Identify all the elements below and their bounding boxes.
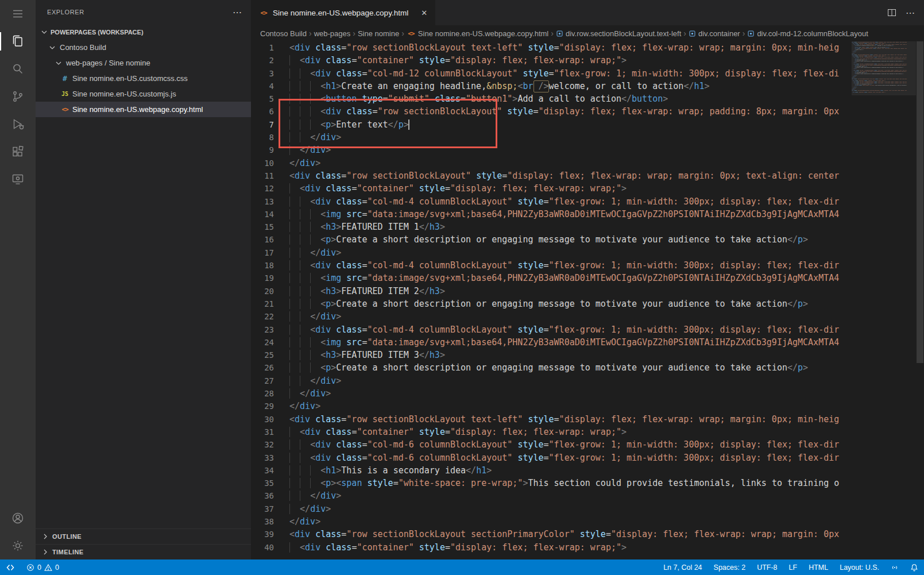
code-line[interactable]: 36 </div> bbox=[251, 489, 852, 502]
breadcrumb-item[interactable]: Contoso Build bbox=[260, 29, 307, 38]
html-file-icon: <> bbox=[407, 30, 416, 37]
problems-indicator[interactable]: 00 bbox=[21, 559, 65, 575]
code-line[interactable]: 22 </div> bbox=[251, 310, 852, 323]
code-line[interactable]: 40 <div class="container" style="display… bbox=[251, 541, 852, 554]
code-editor[interactable]: 1<div class="row sectionBlockLayout text… bbox=[251, 41, 924, 559]
tree-item-html[interactable]: <>Sine nomine.en-US.webpage.copy.html bbox=[36, 102, 251, 117]
remote-explorer-button[interactable] bbox=[0, 165, 36, 193]
code-line[interactable]: 30<div class="row sectionBlockLayout tex… bbox=[251, 413, 852, 426]
settings-gear-button[interactable] bbox=[0, 532, 36, 559]
breadcrumb-item[interactable]: Sine nomine bbox=[358, 29, 399, 38]
explorer-button[interactable] bbox=[0, 28, 36, 55]
code-line[interactable]: 33 <div class="col-md-6 columnBlockLayou… bbox=[251, 451, 852, 464]
tree-item-folder[interactable]: web-pages / Sine nomine bbox=[36, 55, 251, 71]
chevron-down-icon bbox=[54, 59, 63, 68]
line-number: 10 bbox=[251, 157, 274, 169]
status-eol[interactable]: LF bbox=[783, 559, 803, 575]
status-keyboard-layout[interactable]: Layout: U.S. bbox=[834, 559, 885, 575]
status-indentation[interactable]: Spaces: 2 bbox=[708, 559, 752, 575]
run-debug-button[interactable] bbox=[0, 110, 36, 138]
code-line[interactable]: 23 <div class="col-md-4 columnBlockLayou… bbox=[251, 323, 852, 336]
tree-item-js[interactable]: JSSine nomine.en-US.customjs.js bbox=[36, 86, 251, 102]
editor-more-actions-icon[interactable]: ⋯ bbox=[906, 7, 915, 18]
breadcrumb-item[interactable]: div.container bbox=[689, 29, 740, 38]
code-line[interactable]: 21 <p>Create a short description or enga… bbox=[251, 298, 852, 310]
code-line[interactable]: 13 <div class="col-md-4 columnBlockLayou… bbox=[251, 195, 852, 208]
code-line[interactable]: 7 <p>Enter text</p> bbox=[251, 118, 852, 131]
code-line[interactable]: 34 <h1>This is a secondary idea</h1> bbox=[251, 464, 852, 477]
editor-scrollbar[interactable] bbox=[916, 41, 924, 559]
line-number: 28 bbox=[251, 387, 274, 400]
code-line[interactable]: 11<div class="row sectionBlockLayout" st… bbox=[251, 169, 852, 182]
breadcrumb-item[interactable]: div.col-md-12.columnBlockLayout bbox=[747, 29, 868, 38]
code-line[interactable]: 14 <img src="data:image/svg+xml;base64,P… bbox=[251, 208, 852, 221]
source-control-icon bbox=[11, 90, 25, 103]
code-line[interactable]: 8 </div> bbox=[251, 131, 852, 144]
code-line[interactable]: 26 <p>Create a short description or enga… bbox=[251, 361, 852, 374]
minimap[interactable]: <div class="row sectionBlockLayout text-… bbox=[852, 41, 916, 559]
editor-tab[interactable]: <> Sine nomine.en-US.webpage.copy.html ✕ bbox=[251, 0, 435, 25]
extensions-button[interactable] bbox=[0, 138, 36, 165]
panel-label: OUTLINE bbox=[52, 533, 82, 540]
code-lines: 1<div class="row sectionBlockLayout text… bbox=[251, 41, 852, 559]
code-line[interactable]: 32 <div class="col-md-6 columnBlockLayou… bbox=[251, 438, 852, 451]
code-line[interactable]: 19 <img src="data:image/svg+xml;base64,P… bbox=[251, 272, 852, 284]
code-line[interactable]: 2 <div class="container" style="display:… bbox=[251, 54, 852, 67]
notifications-bell-icon[interactable] bbox=[904, 559, 924, 575]
panel-timeline[interactable]: TIMELINE bbox=[36, 544, 251, 559]
breadcrumb-item[interactable]: div.row.sectionBlockLayout.text-left bbox=[556, 29, 681, 38]
breadcrumb-item[interactable]: <>Sine nomine.en-US.webpage.copy.html bbox=[407, 29, 548, 38]
status-cursor-position[interactable]: Ln 7, Col 24 bbox=[658, 559, 708, 575]
code-line[interactable]: 27 </div> bbox=[251, 375, 852, 387]
workspace-header[interactable]: POWERPAGES (WORKSPACE) bbox=[36, 24, 251, 40]
tree-item-label: Sine nomine.en-US.customjs.js bbox=[72, 90, 176, 98]
breadcrumb-separator: › bbox=[551, 29, 554, 38]
code-line[interactable]: 24 <img src="data:image/svg+xml;base64,P… bbox=[251, 336, 852, 349]
status-encoding[interactable]: UTF-8 bbox=[751, 559, 783, 575]
code-line[interactable]: 38</div> bbox=[251, 515, 852, 528]
tree-item-css[interactable]: #Sine nomine.en-US.customcss.css bbox=[36, 71, 251, 86]
code-line[interactable]: 25 <h3>FEATURED ITEM 3</h3> bbox=[251, 349, 852, 361]
breadcrumb-separator: › bbox=[309, 29, 312, 38]
code-line[interactable]: 9 </div> bbox=[251, 144, 852, 156]
line-number: 30 bbox=[251, 413, 274, 426]
feedback-icon[interactable] bbox=[885, 559, 904, 575]
tree-item-label: Contoso Build bbox=[60, 43, 106, 52]
code-line[interactable]: 4 <h1>Create an engaging headline,&nbsp;… bbox=[251, 80, 852, 92]
code-line[interactable]: 20 <h3>FEATURED ITEM 2</h3> bbox=[251, 285, 852, 298]
code-line[interactable]: 31 <div class="container" style="display… bbox=[251, 426, 852, 438]
status-language-mode[interactable]: HTML bbox=[803, 559, 834, 575]
code-line[interactable]: 39<div class="row sectionBlockLayout sec… bbox=[251, 528, 852, 541]
code-line[interactable]: 29</div> bbox=[251, 400, 852, 412]
breadcrumb-separator: › bbox=[401, 29, 404, 38]
code-line[interactable]: 10</div> bbox=[251, 157, 852, 169]
source-control-button[interactable] bbox=[0, 83, 36, 110]
scrollbar-thumb[interactable] bbox=[917, 41, 923, 363]
code-line[interactable]: 17 </div> bbox=[251, 246, 852, 259]
error-icon bbox=[26, 564, 34, 572]
tree-item-folder[interactable]: Contoso Build bbox=[36, 40, 251, 55]
code-line[interactable]: 3 <div class="col-md-12 columnBlockLayou… bbox=[251, 67, 852, 80]
code-line[interactable]: 37 </div> bbox=[251, 503, 852, 515]
code-line[interactable]: 35 <p><span style="white-space: pre-wrap… bbox=[251, 477, 852, 489]
tree-item-label: Sine nomine.en-US.customcss.css bbox=[72, 74, 188, 83]
menu-button[interactable] bbox=[0, 0, 36, 28]
accounts-button[interactable] bbox=[0, 504, 36, 532]
code-line[interactable]: 15 <h3>FEATURED ITEM 1</h3> bbox=[251, 221, 852, 233]
breadcrumb-item[interactable]: web-pages bbox=[314, 29, 351, 38]
split-editor-icon[interactable] bbox=[887, 8, 896, 17]
remote-explorer-icon bbox=[11, 172, 25, 186]
tab-close-icon[interactable]: ✕ bbox=[421, 9, 427, 17]
minimap-slider[interactable] bbox=[852, 41, 916, 95]
code-line[interactable]: 16 <p>Create a short description or enga… bbox=[251, 233, 852, 246]
code-line[interactable]: 6 <div class="row sectionBlockLayout" st… bbox=[251, 105, 852, 118]
remote-indicator[interactable] bbox=[0, 559, 21, 575]
code-line[interactable]: 5 <button type="submit" class="button1">… bbox=[251, 92, 852, 105]
sidebar-more-actions-icon[interactable]: ⋯ bbox=[233, 7, 242, 18]
code-line[interactable]: 1<div class="row sectionBlockLayout text… bbox=[251, 41, 852, 54]
panel-outline[interactable]: OUTLINE bbox=[36, 528, 251, 544]
code-line[interactable]: 18 <div class="col-md-4 columnBlockLayou… bbox=[251, 259, 852, 272]
code-line[interactable]: 12 <div class="container" style="display… bbox=[251, 182, 852, 195]
search-button[interactable] bbox=[0, 55, 36, 83]
code-line[interactable]: 28 </div> bbox=[251, 387, 852, 400]
